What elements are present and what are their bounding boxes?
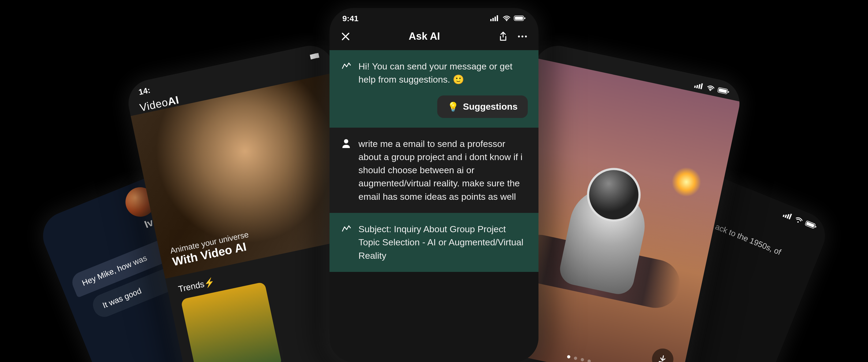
signal-icon: [782, 210, 794, 222]
wifi-icon: [706, 83, 715, 93]
ai-reply-text: Subject: Inquiry About Group Project Top…: [359, 223, 528, 262]
status-time: 9:41: [342, 14, 359, 23]
battery-icon: [514, 14, 526, 23]
ai-reply-block: Subject: Inquiry About Group Project Top…: [330, 213, 538, 272]
wifi-icon: [793, 215, 804, 226]
download-button[interactable]: [650, 346, 675, 362]
user-message-block: write me a email to send a professor abo…: [330, 128, 538, 213]
page-title: Ask AI: [409, 31, 440, 42]
logo-text-bold: AI: [167, 94, 180, 108]
svg-rect-26: [806, 222, 814, 227]
battery-icon: [804, 219, 818, 232]
svg-rect-2: [495, 17, 496, 21]
wifi-icon: [503, 14, 510, 23]
svg-point-9: [521, 35, 523, 37]
svg-rect-21: [785, 215, 787, 218]
signal-icon: [490, 14, 499, 23]
svg-point-24: [797, 221, 799, 223]
nav-bar: Ask AI: [330, 25, 538, 50]
svg-rect-7: [524, 18, 525, 19]
close-button[interactable]: [340, 31, 351, 42]
battery-icon: [717, 86, 730, 97]
ai-greeting-text: Hi! You can send your message or get hel…: [359, 60, 528, 86]
svg-rect-0: [490, 19, 492, 21]
status-time: 14:: [138, 86, 151, 97]
signal-icon: [693, 80, 704, 91]
user-avatar-icon: [340, 137, 352, 203]
svg-point-10: [525, 35, 527, 37]
svg-point-8: [518, 35, 520, 37]
svg-rect-13: [696, 85, 698, 88]
user-message-text: write me a email to send a professor abo…: [359, 137, 528, 203]
svg-rect-27: [815, 226, 816, 228]
status-bar: 9:41: [330, 8, 538, 25]
lightbulb-icon: 💡: [447, 101, 459, 112]
ai-avatar-icon: [340, 223, 352, 262]
svg-point-4: [506, 20, 507, 21]
pager-dots[interactable]: [567, 355, 591, 362]
svg-point-16: [709, 89, 711, 91]
ai-avatar-icon: [340, 60, 352, 86]
suggestions-label: Suggestions: [463, 101, 518, 112]
signal-icon: [309, 50, 319, 61]
more-button[interactable]: [517, 31, 528, 42]
svg-rect-12: [694, 86, 696, 88]
share-button[interactable]: [498, 31, 508, 42]
trend-tile[interactable]: [181, 282, 282, 362]
svg-rect-6: [515, 17, 523, 20]
phone-ask-ai: 9:41 Ask AI: [330, 8, 538, 362]
svg-rect-19: [728, 91, 729, 93]
svg-rect-15: [700, 83, 703, 89]
ai-greeting-block: Hi! You can send your message or get hel…: [330, 50, 538, 128]
svg-point-11: [344, 139, 348, 143]
svg-rect-1: [492, 18, 494, 21]
svg-rect-20: [782, 215, 785, 217]
svg-rect-14: [698, 84, 700, 89]
svg-rect-3: [497, 15, 498, 21]
suggestions-button[interactable]: 💡 Suggestions: [437, 95, 528, 118]
